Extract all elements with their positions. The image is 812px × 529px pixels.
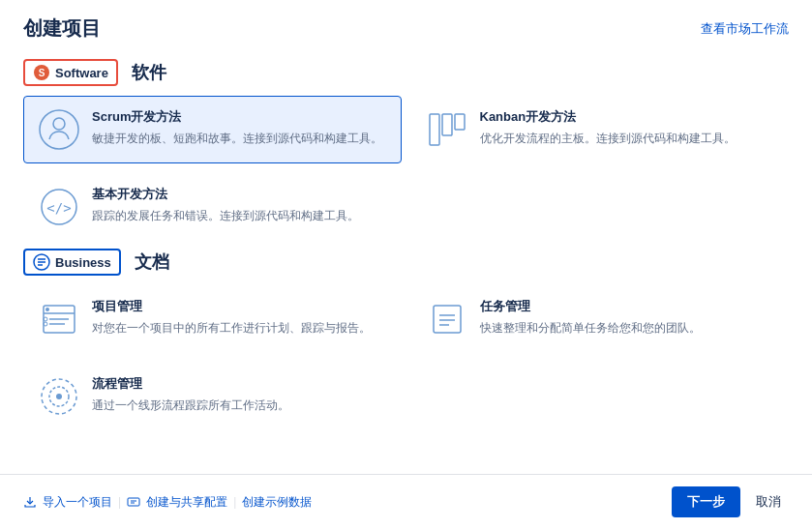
basic-dev-title: 基本开发方法 <box>92 186 359 203</box>
basic-dev-icon: </> <box>38 186 80 228</box>
project-mgmt-title: 项目管理 <box>92 298 371 315</box>
svg-rect-28 <box>128 498 139 506</box>
basic-dev-card-text: 基本开发方法 跟踪的发展任务和错误。连接到源代码和构建工具。 <box>92 186 359 224</box>
next-button[interactable]: 下一步 <box>672 486 740 517</box>
footer-actions: 下一步 取消 <box>672 486 789 517</box>
project-mgmt-card[interactable]: 项目管理 对您在一个项目中的所有工作进行计划、跟踪与报告。 <box>23 285 402 353</box>
import-project-link[interactable]: 导入一个项目 <box>43 494 112 511</box>
svg-point-3 <box>53 118 65 130</box>
task-mgmt-card[interactable]: 任务管理 快速整理和分配简单任务给您和您的团队。 <box>411 285 790 353</box>
svg-rect-6 <box>455 114 465 130</box>
page-title: 创建项目 <box>23 15 101 42</box>
svg-rect-4 <box>430 114 439 145</box>
business-badge-label: Business <box>55 255 111 270</box>
business-icon <box>33 253 50 271</box>
separator-1: | <box>118 495 121 509</box>
main-content: S Software 软件 Scrum开发方法 敏捷开发的板、短跑和故事。连接到… <box>0 51 812 474</box>
business-section-header: Business 文档 <box>23 249 789 276</box>
task-mgmt-description: 快速整理和分配简单任务给您和您的团队。 <box>480 319 701 337</box>
process-mgmt-card-text: 流程管理 通过一个线形流程跟踪所有工作活动。 <box>92 375 289 414</box>
svg-text:S: S <box>39 68 45 78</box>
svg-rect-5 <box>442 114 452 135</box>
svg-point-15 <box>45 308 49 311</box>
page-footer: 导入一个项目 | 创建与共享配置 | 创建示例数据 下一步 取消 <box>0 474 812 529</box>
demo-data-link[interactable]: 创建示例数据 <box>242 494 312 511</box>
software-cards-grid: Scrum开发方法 敏捷开发的板、短跑和故事。连接到源代码和构建工具。 Kanb… <box>23 96 789 241</box>
software-badge[interactable]: S Software <box>23 59 118 86</box>
task-mgmt-card-text: 任务管理 快速整理和分配简单任务给您和您的团队。 <box>480 298 701 337</box>
market-workflow-link[interactable]: 查看市场工作流 <box>701 20 789 38</box>
footer-links: 导入一个项目 | 创建与共享配置 | 创建示例数据 <box>23 494 312 511</box>
scrum-card[interactable]: Scrum开发方法 敏捷开发的板、短跑和故事。连接到源代码和构建工具。 <box>23 96 402 163</box>
cancel-button[interactable]: 取消 <box>748 486 789 517</box>
svg-point-26 <box>56 394 62 399</box>
process-mgmt-card[interactable]: 流程管理 通过一个线形流程跟踪所有工作活动。 <box>23 363 402 430</box>
shared-config-link[interactable]: 创建与共享配置 <box>146 494 227 511</box>
project-mgmt-card-text: 项目管理 对您在一个项目中的所有工作进行计划、跟踪与报告。 <box>92 298 371 337</box>
kanban-title: Kanban开发方法 <box>480 108 736 126</box>
business-cards-grid: 项目管理 对您在一个项目中的所有工作进行计划、跟踪与报告。 任务管理 快速整理和… <box>23 285 789 430</box>
kanban-description: 优化开发流程的主板。连接到源代码和构建工具。 <box>480 130 736 147</box>
page-header: 创建项目 查看市场工作流 <box>0 0 812 51</box>
process-mgmt-icon <box>38 375 80 418</box>
task-mgmt-icon <box>426 298 468 340</box>
shared-config-icon <box>127 495 140 509</box>
scrum-card-text: Scrum开发方法 敏捷开发的板、短跑和故事。连接到源代码和构建工具。 <box>92 108 382 147</box>
basic-dev-card[interactable]: </> 基本开发方法 跟踪的发展任务和错误。连接到源代码和构建工具。 <box>23 173 402 241</box>
software-section-title: 软件 <box>132 61 166 84</box>
process-mgmt-description: 通过一个线形流程跟踪所有工作活动。 <box>92 397 289 414</box>
process-mgmt-title: 流程管理 <box>92 375 289 393</box>
svg-rect-20 <box>434 306 461 333</box>
kanban-card-text: Kanban开发方法 优化开发流程的主板。连接到源代码和构建工具。 <box>480 108 736 147</box>
software-section-header: S Software 软件 <box>23 59 789 86</box>
separator-2: | <box>233 495 236 509</box>
basic-dev-description: 跟踪的发展任务和错误。连接到源代码和构建工具。 <box>92 207 359 224</box>
task-mgmt-title: 任务管理 <box>480 298 701 315</box>
software-icon: S <box>33 64 50 81</box>
project-mgmt-icon <box>38 298 80 340</box>
software-badge-label: Software <box>55 66 108 80</box>
scrum-title: Scrum开发方法 <box>92 108 382 126</box>
business-badge[interactable]: Business <box>23 249 121 276</box>
kanban-card[interactable]: Kanban开发方法 优化开发流程的主板。连接到源代码和构建工具。 <box>411 96 790 163</box>
business-section-title: 文档 <box>135 250 169 274</box>
kanban-icon <box>426 108 468 151</box>
import-icon <box>23 495 37 509</box>
scrum-description: 敏捷开发的板、短跑和故事。连接到源代码和构建工具。 <box>92 130 382 147</box>
svg-text:</>: </> <box>46 200 71 216</box>
scrum-icon <box>38 108 80 151</box>
project-mgmt-description: 对您在一个项目中的所有工作进行计划、跟踪与报告。 <box>92 319 371 337</box>
